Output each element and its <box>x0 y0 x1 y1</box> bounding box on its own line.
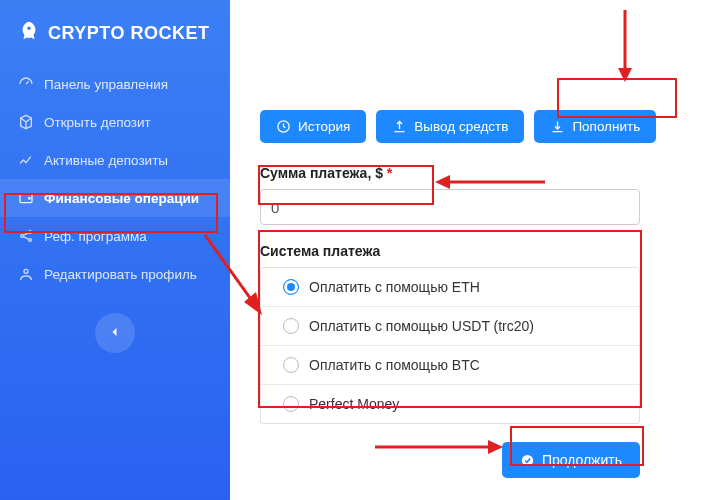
payment-option-label: Perfect Money <box>309 396 399 412</box>
gauge-icon <box>18 76 34 92</box>
sidebar-item-active-deposits[interactable]: Активные депозиты <box>0 141 230 179</box>
radio-icon <box>283 357 299 373</box>
required-mark: * <box>387 165 392 181</box>
continue-label: Продолжить <box>542 452 622 468</box>
radio-icon <box>283 396 299 412</box>
sidebar-item-dashboard[interactable]: Панель управления <box>0 65 230 103</box>
brand: CRYPTO ROCKET <box>0 10 230 65</box>
sidebar-item-label: Реф. программа <box>44 229 147 244</box>
sidebar-collapse-button[interactable] <box>95 313 135 353</box>
svg-marker-9 <box>618 68 632 82</box>
wallet-icon <box>18 190 34 206</box>
sidebar: CRYPTO ROCKET Панель управления Открыть … <box>0 0 230 500</box>
tab-history[interactable]: История <box>260 110 366 143</box>
chevron-left-icon <box>109 324 121 342</box>
svg-point-4 <box>29 239 32 242</box>
annotation-arrow <box>610 10 640 85</box>
brand-name: CRYPTO ROCKET <box>48 23 210 44</box>
tab-label: Пополнить <box>572 119 640 134</box>
download-icon <box>550 119 565 134</box>
payment-option-label: Оплатить с помощью BTC <box>309 357 480 373</box>
sidebar-item-label: Открыть депозит <box>44 115 151 130</box>
payment-option-btc[interactable]: Оплатить с помощью BTC <box>261 346 639 385</box>
payment-option-usdt[interactable]: Оплатить с помощью USDT (trc20) <box>261 307 639 346</box>
continue-button[interactable]: Продолжить <box>502 442 640 478</box>
tab-withdraw[interactable]: Вывод средств <box>376 110 524 143</box>
check-circle-icon <box>520 453 535 468</box>
chart-icon <box>18 152 34 168</box>
payment-option-eth[interactable]: Оплатить с помощью ETH <box>261 268 639 307</box>
svg-point-5 <box>24 269 28 273</box>
sidebar-item-label: Панель управления <box>44 77 168 92</box>
content: История Вывод средств Пополнить Сумма пл… <box>230 0 720 500</box>
rocket-icon <box>18 20 40 47</box>
user-icon <box>18 266 34 282</box>
payment-system-label: Система платежа <box>260 243 690 259</box>
sidebar-item-label: Редактировать профиль <box>44 267 197 282</box>
upload-icon <box>392 119 407 134</box>
sidebar-item-edit-profile[interactable]: Редактировать профиль <box>0 255 230 293</box>
cube-icon <box>18 114 34 130</box>
payment-option-perfectmoney[interactable]: Perfect Money <box>261 385 639 423</box>
clock-icon <box>276 119 291 134</box>
svg-point-3 <box>29 231 32 234</box>
svg-point-1 <box>28 197 30 199</box>
sidebar-item-financial-ops[interactable]: Финансовые операции <box>0 179 230 217</box>
sidebar-item-open-deposit[interactable]: Открыть депозит <box>0 103 230 141</box>
amount-label: Сумма платежа, $ * <box>260 165 690 181</box>
tabs: История Вывод средств Пополнить <box>260 110 690 143</box>
tab-label: Вывод средств <box>414 119 508 134</box>
sidebar-item-referral[interactable]: Реф. программа <box>0 217 230 255</box>
radio-icon <box>283 318 299 334</box>
amount-input[interactable] <box>260 189 640 225</box>
tab-label: История <box>298 119 350 134</box>
sidebar-item-label: Финансовые операции <box>44 191 199 206</box>
tab-deposit[interactable]: Пополнить <box>534 110 656 143</box>
nav: Панель управления Открыть депозит Активн… <box>0 65 230 293</box>
svg-point-2 <box>21 235 24 238</box>
payment-option-label: Оплатить с помощью ETH <box>309 279 480 295</box>
payment-option-label: Оплатить с помощью USDT (trc20) <box>309 318 534 334</box>
sidebar-item-label: Активные депозиты <box>44 153 168 168</box>
payment-options: Оплатить с помощью ETH Оплатить с помощь… <box>260 267 640 424</box>
share-icon <box>18 228 34 244</box>
radio-icon <box>283 279 299 295</box>
